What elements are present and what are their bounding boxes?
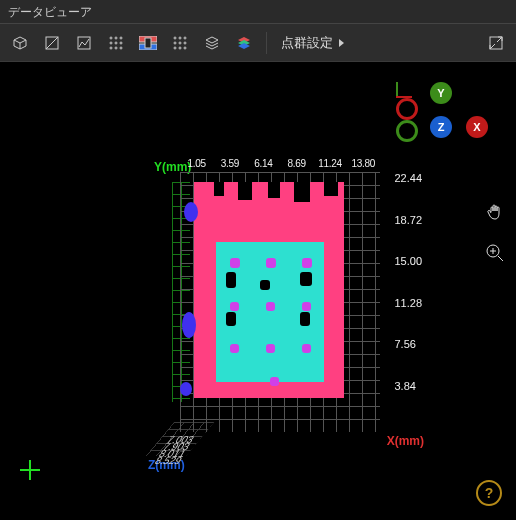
pt-m (270, 377, 279, 386)
tick: 22.44 (394, 172, 422, 184)
svg-point-22 (184, 47, 186, 49)
svg-point-21 (179, 47, 181, 49)
pt-m (230, 344, 239, 353)
axis-gizmo[interactable]: Y X Z (396, 82, 486, 172)
point-cloud-settings-menu[interactable]: 点群設定 (275, 29, 350, 57)
tick: 15.00 (394, 255, 422, 267)
settings-label: 点群設定 (281, 34, 333, 52)
pt-m (230, 258, 240, 268)
view-3d-icon[interactable] (6, 29, 34, 57)
grid-dots2-icon[interactable] (166, 29, 194, 57)
svg-point-7 (120, 42, 122, 44)
pan-tool-icon[interactable] (484, 202, 506, 224)
tick: 13.80 (347, 158, 380, 169)
pt-k (300, 272, 312, 286)
tick: 7.56 (394, 338, 422, 350)
pt-k (226, 272, 236, 288)
y-ticks: 22.44 18.72 15.00 11.28 7.56 3.84 (394, 172, 422, 392)
x-axis-label: X(mm) (387, 434, 424, 448)
gizmo-x-axis[interactable]: X (466, 116, 488, 138)
separator (266, 32, 267, 54)
svg-point-4 (120, 37, 122, 39)
tick: 8.529 (154, 457, 183, 464)
svg-rect-13 (145, 38, 151, 48)
svg-point-18 (179, 42, 181, 44)
svg-point-6 (115, 42, 117, 44)
layers-color-icon[interactable] (230, 29, 258, 57)
svg-point-3 (115, 37, 117, 39)
gizmo-y-axis[interactable]: Y (430, 82, 452, 104)
pt-k (260, 280, 270, 290)
point-cloud-plot: Y(mm) X(mm) Z(mm) 1.05 3.59 6.14 8.69 11… (180, 172, 380, 432)
svg-point-14 (174, 37, 176, 39)
pt-k (300, 312, 310, 326)
svg-point-19 (184, 42, 186, 44)
zoom-in-icon[interactable] (484, 242, 506, 264)
tick: 11.24 (313, 158, 346, 169)
tick: 3.84 (394, 380, 422, 392)
colormap-icon[interactable] (134, 29, 162, 57)
pt-m (302, 258, 312, 268)
pt-m (302, 344, 311, 353)
pt-b (180, 382, 192, 396)
view-profile-icon[interactable] (70, 29, 98, 57)
side-tools (484, 202, 506, 264)
view-diag-icon[interactable] (38, 29, 66, 57)
svg-point-15 (179, 37, 181, 39)
gizmo-y-label: Y (437, 87, 444, 99)
tick: 3.59 (213, 158, 246, 169)
tick: 1.05 (180, 158, 213, 169)
grid-dots-icon[interactable] (102, 29, 130, 57)
svg-point-20 (174, 47, 176, 49)
window-title: データビューア (8, 5, 92, 19)
gizmo-neg-y[interactable] (396, 120, 418, 142)
pt-b (182, 312, 196, 338)
gizmo-neg-x[interactable] (396, 98, 418, 120)
gizmo-x-label: X (473, 121, 480, 133)
layers-icon[interactable] (198, 29, 226, 57)
gizmo-z-label: Z (438, 121, 445, 133)
help-button[interactable]: ? (476, 480, 502, 506)
gizmo-z-axis[interactable]: Z (430, 116, 452, 138)
window-titlebar: データビューア (0, 0, 516, 24)
toolbar: 点群設定 (0, 24, 516, 62)
svg-point-17 (174, 42, 176, 44)
help-label: ? (485, 485, 494, 501)
pt-b (184, 202, 198, 222)
svg-point-16 (184, 37, 186, 39)
svg-point-9 (115, 47, 117, 49)
crosshair-icon (20, 460, 40, 480)
fullscreen-button[interactable] (482, 29, 510, 57)
svg-point-2 (110, 37, 112, 39)
chevron-right-icon (339, 39, 344, 47)
pt-k (226, 312, 236, 326)
pt-m (302, 302, 311, 311)
svg-point-5 (110, 42, 112, 44)
pt-m (230, 302, 239, 311)
tick: 6.14 (247, 158, 280, 169)
pt-m (266, 302, 275, 311)
tick: 18.72 (394, 214, 422, 226)
gizmo-y-line (396, 82, 398, 96)
svg-point-8 (110, 47, 112, 49)
svg-point-10 (120, 47, 122, 49)
pt-m (266, 344, 275, 353)
pt-m (266, 258, 276, 268)
x-ticks: 1.05 3.59 6.14 8.69 11.24 13.80 (180, 158, 380, 169)
viewport-3d[interactable]: Y X Z (0, 62, 516, 520)
tick: 8.69 (280, 158, 313, 169)
tick: 11.28 (394, 297, 422, 309)
svg-rect-1 (78, 37, 90, 49)
